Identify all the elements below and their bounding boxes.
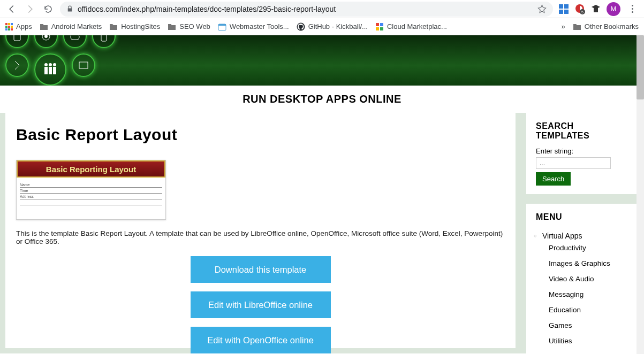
- bookmarks-overflow[interactable]: »: [562, 22, 565, 30]
- search-button[interactable]: Search: [536, 172, 571, 186]
- svg-rect-13: [376, 27, 379, 30]
- bookmark-android-markets[interactable]: Android Markets: [40, 22, 102, 30]
- hero-icon: [72, 53, 95, 77]
- extension-icon-3[interactable]: [590, 4, 601, 14]
- svg-rect-2: [559, 10, 563, 14]
- menu-item-utilities[interactable]: Utilities: [549, 333, 629, 349]
- apps-icon: [5, 23, 13, 30]
- site-icon: [218, 22, 226, 31]
- bookmark-github[interactable]: GitHub - Kickball/...: [297, 22, 368, 31]
- menu-box: MENU Virtual Apps Productivity Images & …: [526, 204, 639, 354]
- bookmark-webmaster-tools[interactable]: Webmaster Tools...: [218, 22, 289, 31]
- bookmark-seo-web[interactable]: SEO Web: [168, 22, 210, 30]
- extension-icon-2[interactable]: 5: [574, 4, 585, 14]
- folder-icon: [573, 23, 581, 30]
- hero-icon: [63, 35, 87, 48]
- folder-icon: [168, 23, 176, 30]
- svg-rect-0: [559, 4, 563, 9]
- edit-libreoffice-button[interactable]: Edit with LibreOffice online: [191, 291, 331, 318]
- download-button[interactable]: Download this template: [191, 256, 331, 283]
- menu-item-video-audio[interactable]: Video & Audio: [549, 271, 629, 287]
- menu-title: MENU: [536, 212, 629, 222]
- menu-item-messaging[interactable]: Messaging: [549, 287, 629, 302]
- site-icon: [375, 22, 384, 31]
- browser-toolbar: offidocs.com/index.php/main-templates/do…: [0, 0, 644, 18]
- back-button[interactable]: [5, 3, 18, 16]
- svg-point-17: [44, 35, 48, 38]
- search-input[interactable]: [536, 157, 611, 169]
- extension-icon-1[interactable]: [558, 4, 569, 14]
- svg-point-22: [53, 63, 56, 66]
- address-bar[interactable]: offidocs.com/index.php/main-templates/do…: [60, 2, 553, 17]
- main-column: Basic Report Layout Basic Reporting Layo…: [5, 113, 516, 348]
- profile-avatar[interactable]: M: [607, 2, 620, 16]
- avatar-initial: M: [611, 5, 617, 13]
- url-text: offidocs.com/index.php/main-templates/do…: [78, 5, 533, 13]
- folder-icon: [40, 23, 48, 30]
- lock-icon: [66, 5, 73, 12]
- search-templates-box: SEARCH TEMPLATES Enter string: Search: [526, 113, 639, 194]
- svg-rect-14: [380, 27, 383, 30]
- star-icon[interactable]: [537, 4, 547, 13]
- svg-rect-1: [564, 4, 569, 9]
- menu-item-productivity[interactable]: Productivity: [549, 240, 629, 256]
- svg-rect-24: [49, 67, 52, 74]
- page-content: RUN DESKTOP APPS ONLINE Basic Report Lay…: [0, 35, 644, 354]
- search-label: Enter string:: [536, 147, 629, 155]
- svg-rect-12: [380, 23, 383, 26]
- hero-banner: [0, 35, 644, 86]
- forward-button[interactable]: [24, 3, 36, 16]
- menu-item-images-graphics[interactable]: Images & Graphics: [549, 256, 629, 271]
- svg-rect-23: [44, 67, 48, 74]
- svg-rect-19: [101, 35, 107, 41]
- apps-label: Apps: [16, 22, 32, 30]
- reload-button[interactable]: [42, 3, 55, 16]
- svg-point-21: [49, 63, 52, 66]
- search-title: SEARCH TEMPLATES: [536, 121, 629, 141]
- apps-shortcut[interactable]: Apps: [5, 22, 32, 30]
- bookmark-cloud-marketplace[interactable]: Cloud Marketplac...: [375, 22, 447, 31]
- hero-icon: [5, 53, 29, 77]
- bookmarks-bar: Apps Android Markets HostingSites SEO We…: [0, 18, 644, 35]
- svg-rect-15: [14, 35, 20, 41]
- bookmark-hostingsites[interactable]: HostingSites: [109, 22, 160, 30]
- hero-icon: [5, 35, 29, 48]
- sidebar: SEARCH TEMPLATES Enter string: Search ME…: [526, 113, 639, 348]
- hero-icon: [92, 35, 116, 48]
- svg-rect-18: [71, 35, 79, 40]
- svg-text:5: 5: [581, 10, 584, 14]
- scrollbar-thumb[interactable]: [637, 35, 644, 99]
- page-title: Basic Report Layout: [16, 126, 505, 144]
- menu-item-games[interactable]: Games: [549, 318, 629, 333]
- svg-rect-3: [564, 10, 569, 14]
- github-icon: [297, 22, 305, 31]
- folder-icon: [109, 23, 118, 30]
- vertical-scrollbar[interactable]: [637, 35, 644, 354]
- svg-rect-26: [79, 62, 88, 68]
- edit-openoffice-button[interactable]: Edit with OpenOffice online: [191, 327, 331, 353]
- svg-rect-11: [376, 23, 379, 26]
- thumbnail-title: Basic Reporting Layout: [17, 160, 165, 178]
- svg-rect-9: [218, 24, 226, 26]
- hero-icon: [34, 53, 66, 86]
- hero-icon: [34, 35, 58, 48]
- menu-item-education[interactable]: Education: [549, 302, 629, 318]
- template-thumbnail[interactable]: Basic Reporting Layout Name Time Address: [16, 160, 166, 220]
- template-description: This is the template Basic Report Layout…: [16, 229, 505, 245]
- svg-rect-25: [53, 67, 56, 74]
- svg-point-20: [44, 63, 48, 66]
- menu-item-virtual-apps[interactable]: Virtual Apps Productivity Images & Graph…: [536, 228, 629, 352]
- svg-rect-7: [594, 8, 598, 12]
- other-bookmarks[interactable]: Other Bookmarks: [573, 22, 639, 30]
- tagline: RUN DESKTOP APPS ONLINE: [0, 86, 644, 113]
- chrome-menu-button[interactable]: [626, 5, 639, 13]
